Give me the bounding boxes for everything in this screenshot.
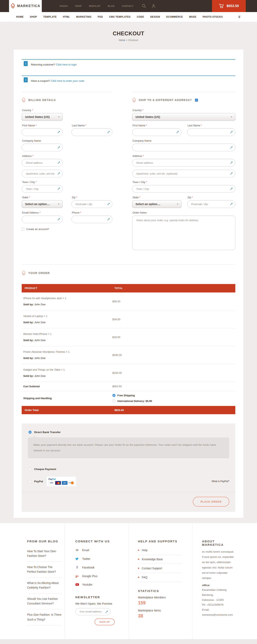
top-nav-wishlist[interactable]: WISHLIST	[89, 5, 100, 7]
order-table: PRODUCT TOTAL iPhone 5s with Headphones …	[22, 284, 235, 414]
blog-post-link[interactable]: What is So Alluring About Celebrity Fash…	[27, 578, 62, 594]
menu-item-design[interactable]: DESIGN	[150, 16, 160, 18]
breadcrumb-home[interactable]: Home	[119, 39, 125, 42]
order-notes-textarea[interactable]	[132, 216, 235, 250]
shipping-last-name-input[interactable]	[187, 128, 235, 136]
footer-blog-column: FROM OUR BLOG How To Start Your Own Fash…	[0, 523, 65, 639]
top-nav-shop[interactable]: SHOP	[75, 5, 82, 7]
shipping-first-name-input[interactable]	[132, 128, 182, 136]
search-icon[interactable]	[142, 4, 146, 8]
product-total: $34.50	[111, 314, 235, 324]
social-youtube-link[interactable]: Youtube	[75, 580, 120, 589]
top-nav-blog[interactable]: BLOG	[108, 5, 115, 7]
paypal-logo: PayPal	[48, 478, 74, 480]
menu-item-shop[interactable]: SHOP	[30, 16, 37, 18]
international-delivery-label: International Delivery: $5.90	[118, 400, 152, 402]
billing-street-input[interactable]	[22, 159, 63, 166]
sold-by-label: Sold by:	[23, 303, 34, 306]
sign-up-button[interactable]: SIGN UP	[94, 618, 115, 625]
shipping-apartment-input[interactable]	[132, 170, 235, 177]
menu-item-marketing[interactable]: MARKETING	[76, 16, 91, 18]
menu-item-template[interactable]: TEMPLATE	[43, 16, 56, 18]
shipping-state-select[interactable]: Select an option....	[132, 200, 182, 208]
shipping-company-input[interactable]	[132, 144, 235, 151]
order-table-header: PRODUCT TOTAL	[22, 284, 235, 292]
menu-item-psd[interactable]: PSD	[98, 16, 103, 18]
top-nav-contact[interactable]: CONTACT	[122, 5, 133, 7]
radio-free-shipping[interactable]	[112, 394, 116, 397]
menu-item-muse[interactable]: MUSE	[189, 16, 196, 18]
menu-item-html[interactable]: HTML	[63, 16, 70, 18]
copyright-bar: COPYRIGHT © 2015 TOKOPRESS PRIVACY POLIC…	[0, 639, 257, 644]
about-text: ec mollis lorem consequat. Fusce ipsum e…	[202, 549, 237, 581]
login-link[interactable]: Click here to login	[56, 63, 77, 66]
blog-post-link[interactable]: Should You Use Fashion Consultant Servic…	[27, 594, 62, 609]
autofill-icon	[58, 218, 60, 220]
help-link[interactable]: Contact Support	[138, 564, 182, 573]
cart-button[interactable]: $653.50	[212, 0, 246, 12]
seller-name[interactable]: John Doe	[34, 374, 46, 378]
first-name-label: First Name *	[22, 124, 63, 127]
menu-expand-icon[interactable]	[238, 16, 240, 18]
square-bullet-icon	[138, 577, 139, 578]
coupon-link[interactable]: Click here to enter your code	[51, 79, 84, 82]
create-account-label: Create an account?	[26, 228, 49, 230]
shipping-zip-input[interactable]	[187, 200, 235, 208]
blog-post-link[interactable]: Plus Size Fashion: Is There Such a Thing…	[27, 609, 62, 625]
shipping-country-select[interactable]: United States (US)	[132, 113, 235, 121]
blog-post-link[interactable]: How To Choose The Perfect Fashion Store?	[27, 562, 62, 578]
autofill-icon	[230, 131, 233, 134]
seller-name[interactable]: John Doe	[34, 339, 46, 342]
shipping-town-input[interactable]	[132, 185, 235, 193]
social-email-link[interactable]: ✉ Email	[75, 546, 120, 554]
social-twitter-link[interactable]: Twitter	[75, 554, 120, 563]
blog-post-link[interactable]: How To Start Your Own Fashion Store?	[27, 546, 62, 562]
menu-item-cms-templates[interactable]: CMS TEMPLATES	[109, 16, 130, 18]
help-link[interactable]: Help	[138, 546, 182, 555]
billing-phone-input[interactable]	[72, 216, 112, 223]
menu-item-home[interactable]: HOME	[16, 16, 24, 18]
autofill-icon	[230, 203, 233, 205]
place-order-button[interactable]: PLACE ORDER	[193, 497, 229, 506]
billing-apartment-input[interactable]	[22, 170, 63, 177]
seller-name[interactable]: John Doe	[34, 303, 46, 306]
social-googleplus-link[interactable]: g+ Google Plus	[75, 572, 120, 580]
what-is-paypal-link[interactable]: What is PayPal?	[212, 480, 229, 483]
billing-last-name-input[interactable]	[72, 128, 112, 136]
menu-item-ecommerce[interactable]: ECOMMERCE	[166, 16, 183, 18]
help-link[interactable]: Knowladge Base	[138, 555, 182, 564]
create-account-checkbox[interactable]	[22, 228, 24, 230]
social-facebook-link[interactable]: f Facebook	[75, 563, 120, 572]
subtotal-value: $653.50	[111, 385, 235, 388]
help-link[interactable]: FAQ	[138, 573, 182, 582]
amex-card-icon: AMEX	[62, 481, 68, 485]
office-phone-line: Ph. +6212345678	[202, 602, 237, 608]
menu-item-photo-stocks[interactable]: PHOTO STOCKS	[202, 16, 223, 18]
seller-name[interactable]: John Doe	[34, 321, 46, 324]
radio-cheque-payment[interactable]	[28, 468, 32, 471]
billing-first-name-input[interactable]	[22, 128, 63, 136]
shipping-street-input[interactable]	[132, 159, 235, 166]
radio-paypal[interactable]	[28, 480, 32, 483]
billing-state-select[interactable]: Select an option....	[22, 200, 63, 208]
top-nav-pages[interactable]: PAGES	[60, 5, 68, 7]
logo[interactable]: MARKETICA	[9, 0, 42, 12]
ship-different-checkbox[interactable]	[195, 99, 198, 102]
user-icon[interactable]	[152, 4, 156, 8]
billing-company-input[interactable]	[22, 144, 63, 151]
billing-email-input[interactable]	[22, 216, 63, 223]
facebook-icon: f	[75, 566, 79, 569]
seller-name[interactable]: John Doe	[34, 356, 46, 360]
column-total: TOTAL	[112, 284, 123, 292]
billing-zip-input[interactable]	[72, 200, 112, 208]
billing-country-select[interactable]: United States (US)	[22, 113, 63, 121]
paypal-label: PayPal	[34, 480, 43, 483]
radio-international-delivery[interactable]	[112, 400, 116, 402]
menu-item-code[interactable]: CODE	[137, 16, 144, 18]
notice-text: Returning customer?	[31, 63, 55, 66]
billing-town-input[interactable]	[22, 185, 63, 193]
company-label: Company Name	[22, 139, 63, 142]
radio-bank-transfer[interactable]	[28, 431, 32, 434]
order-total-value: $653.50	[112, 406, 124, 414]
autofill-icon	[106, 610, 108, 613]
